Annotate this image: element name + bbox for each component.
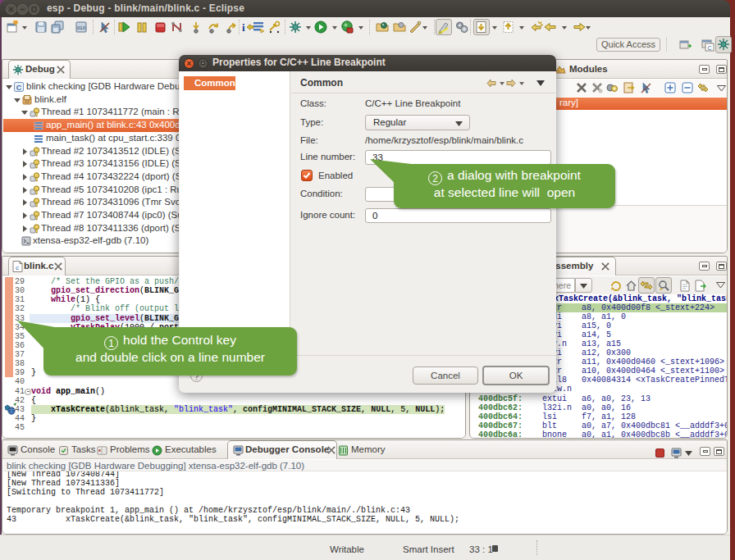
svg-text:c: c xyxy=(16,264,19,271)
svg-text:010: 010 xyxy=(77,25,86,30)
svg-text:C: C xyxy=(16,84,22,92)
svg-text:i: i xyxy=(242,21,245,34)
svg-text:C: C xyxy=(707,45,711,51)
